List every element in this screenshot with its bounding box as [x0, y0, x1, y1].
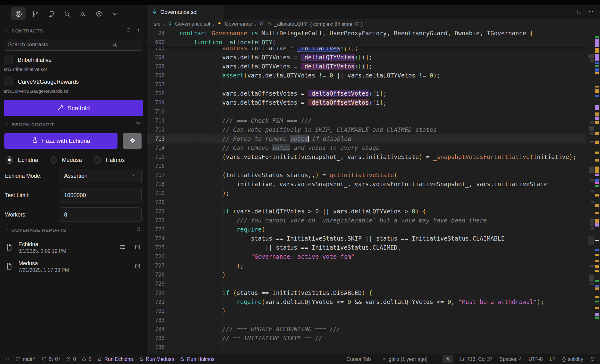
activity-files-icon[interactable] [43, 7, 59, 21]
code-line[interactable]: 730 if (status == InitiativeStatus.DISAB… [147, 288, 586, 297]
code-line[interactable]: 733 [147, 316, 586, 325]
checklist-icon[interactable] [119, 244, 126, 252]
workers-input[interactable]: 8 [59, 207, 142, 222]
status-zoom[interactable] [442, 355, 453, 363]
contract-checkbox[interactable] [4, 56, 12, 64]
code-line[interactable]: 705 vars.deltaLQTYVetos = _deltaLQTYVeto… [147, 62, 586, 71]
contracts-section-header[interactable]: CONTRACTS [0, 22, 147, 36]
split-editor-icon[interactable] [576, 9, 582, 16]
breadcrumb-src[interactable]: src [154, 21, 160, 27]
status-0[interactable]: 0 [82, 356, 92, 362]
code-line[interactable]: 710 [147, 107, 586, 116]
code-line[interactable]: 719 ); [147, 189, 586, 198]
code-line[interactable]: 714 // Can remove votes and vetos in eve… [147, 143, 586, 152]
code-line[interactable]: 729 [147, 279, 586, 288]
more-actions-icon[interactable] [588, 9, 594, 16]
activity-recon-logo-icon[interactable] [11, 7, 26, 20]
echidna-mode-select[interactable]: Assertion [59, 169, 142, 183]
code-line[interactable]: 720 [147, 198, 586, 207]
eye-icon[interactable] [136, 27, 141, 34]
cockpit-section-header[interactable]: RECON COCKPIT [0, 116, 147, 129]
sticky-code-line[interactable]: 690 function _allocateLQTY( [147, 38, 586, 47]
code-line[interactable]: 717 (InitiativeStatus status,,) = getIni… [147, 171, 586, 180]
activity-search-icon[interactable] [59, 7, 75, 21]
status-6-0[interactable]: 6↓ 0↑ [41, 356, 60, 362]
code-line[interactable]: 726 "Governance: active-vote-fsm" [147, 252, 586, 261]
status-ln-713-col-37[interactable]: Ln 713, Col 37 [460, 357, 492, 362]
code-line[interactable]: 728 } [147, 270, 586, 279]
overview-ruler-mark [595, 112, 599, 116]
status-utf-8[interactable]: UTF-8 [528, 357, 542, 362]
status-0[interactable]: 0 [66, 356, 76, 362]
radio-label: Halmos [106, 157, 125, 163]
status-spaces-4[interactable]: Spaces: 4 [499, 357, 522, 362]
code-line[interactable]: 704 vars.deltaLQTYVotes = _deltaLQTYVote… [147, 53, 586, 62]
code-line[interactable]: 723 require( [147, 225, 586, 234]
code-line[interactable]: 708 vars.deltaOffsetVotes = _deltaOffset… [147, 89, 586, 98]
activity-cube-icon[interactable] [91, 7, 107, 21]
status-cursor-tab[interactable]: Cursor Tab [347, 356, 371, 362]
horizontal-scrollbar[interactable] [147, 350, 586, 354]
code-line[interactable]: 709 vars.deltaOffsetVetos = _deltaOffset… [147, 98, 586, 107]
refresh-icon[interactable] [126, 27, 131, 34]
code-line[interactable]: 732 } [147, 307, 586, 316]
search-input[interactable] [4, 39, 143, 51]
radio-halmos[interactable]: Halmos [93, 156, 125, 164]
code-line[interactable]: 722 /// You cannot vote on `unregisterab… [147, 216, 586, 225]
code-editor[interactable]: 703 address initiative = _initiatives↑[i… [147, 29, 600, 354]
contract-item[interactable]: CurveV2GaugeRewards [0, 72, 147, 86]
status-main[interactable]: main* [16, 356, 36, 362]
radio-echidna[interactable]: Echidna [6, 156, 38, 164]
code-line[interactable]: 712 // Can vote positively in SKIP, CLAI… [147, 125, 586, 134]
code-line[interactable]: 707 [147, 80, 586, 89]
test-limit-input[interactable]: 1000000 [59, 188, 142, 202]
contract-name: CurveV2GaugeRewards [18, 79, 79, 85]
tab-governance-sol[interactable]: Governance.sol [147, 5, 224, 19]
fuzz-settings-button[interactable] [123, 133, 142, 149]
breadcrumb[interactable]: src › Governance.sol › Governance › _all… [147, 19, 600, 29]
breadcrumb-symbol[interactable]: Governance [225, 21, 252, 27]
sticky-code-line[interactable]: 24contract Governance is MultiDelegateCa… [147, 29, 586, 38]
minimap[interactable] [586, 29, 600, 354]
code-line[interactable]: 735 // == INITIATIVE STATE == // [147, 334, 586, 343]
status-lf[interactable]: LF [550, 357, 556, 362]
breadcrumb-member[interactable]: _allocateLQTY [274, 21, 308, 27]
activity-debug-icon[interactable] [75, 7, 91, 21]
radio-medusa[interactable]: Medusa [50, 156, 82, 164]
refresh-icon[interactable] [136, 227, 141, 233]
status-run-medusa[interactable]: Run Medusa [139, 356, 174, 362]
activity-source-control-icon[interactable] [27, 7, 43, 21]
code-line[interactable]: 731 require(vars.deltaLQTYVotes <= 0 && … [147, 297, 586, 307]
coverage-report-echidna[interactable]: Echidna8/1/2025, 3:09:19 PM [5, 241, 141, 254]
tools-icon[interactable] [136, 121, 141, 127]
code-line[interactable]: 724 status == InitiativeStatus.SKIP || s… [147, 234, 586, 243]
status-gallo-1-year-ago[interactable]: gallo (1 year ago) [382, 356, 428, 362]
code-line[interactable]: 725 || status == InitiativeStatus.CLAIME… [147, 243, 586, 252]
code-line[interactable]: 713 // Force to remove votes if disabled [147, 134, 586, 143]
scaffold-button[interactable]: Scaffold [4, 100, 143, 116]
status-solidity[interactable]: {}solidity [562, 357, 583, 362]
code-line[interactable]: 734 /// === UPDATE ACCOUNTING === /// [147, 325, 586, 334]
coverage-section-header[interactable]: COVERAGE REPORTS [0, 222, 147, 235]
code-line[interactable]: 727 ); [147, 261, 586, 270]
fuzz-button[interactable]: Fuzz with Echidna [4, 133, 118, 149]
status-run-halmos[interactable]: Run Halmos [180, 356, 214, 362]
open-external-icon[interactable] [134, 263, 141, 271]
line-number: 723 [147, 225, 165, 234]
activity-chevron-down-icon[interactable] [107, 7, 123, 21]
code-line[interactable]: 706 assert(vars.deltaLQTYVotes != 0 || v… [147, 71, 586, 80]
contract-checkbox[interactable] [4, 77, 12, 86]
status-remote[interactable] [5, 356, 10, 362]
close-icon[interactable] [215, 9, 219, 15]
code-line[interactable]: 715 (vars.votesForInitiativeSnapshot_, v… [147, 152, 586, 162]
code-line[interactable]: 711 /// === Check FSM === /// [147, 116, 586, 125]
status-run-echidna[interactable]: Run Echidna [97, 356, 133, 362]
breadcrumb-file[interactable]: Governance.sol [175, 21, 210, 27]
code-line[interactable]: 721 if (vars.deltaLQTYVotes > 0 || vars.… [147, 207, 586, 216]
code-line[interactable]: 716 [147, 162, 586, 171]
coverage-report-medusa[interactable]: Medusa7/21/2025, 1:57:33 PM [5, 260, 141, 273]
code-line[interactable]: 718 initiative, vars.votesSnapshot_, var… [147, 180, 586, 189]
status-bell[interactable] [590, 356, 595, 362]
contract-item[interactable]: BribeInitiative [0, 51, 147, 64]
open-external-icon[interactable] [134, 244, 141, 252]
